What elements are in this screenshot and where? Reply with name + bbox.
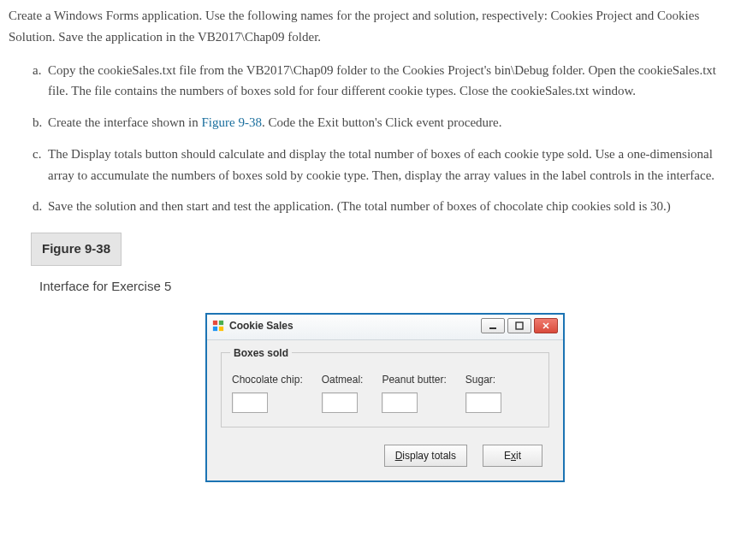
figure-label: Figure 9-38 <box>31 233 122 266</box>
exit-pre: E <box>504 450 511 462</box>
display-rest: isplay totals <box>402 450 456 462</box>
minimize-icon <box>489 321 497 330</box>
close-button[interactable] <box>534 318 558 333</box>
intro-paragraph: Create a Windows Forms application. Use … <box>9 5 738 48</box>
exit-post: it <box>516 450 521 462</box>
value-sugar <box>465 392 501 413</box>
value-peanut-butter <box>382 392 418 413</box>
window-controls <box>481 318 558 333</box>
label-peanut-butter: Peanut butter: <box>382 372 446 389</box>
exit-button[interactable]: Exit <box>483 445 542 467</box>
figure-reference-link[interactable]: Figure 9-38 <box>202 115 262 129</box>
client-area: Boxes sold Chocolate chip: Oatmeal: Pean… <box>207 340 563 480</box>
maximize-icon <box>515 321 524 330</box>
svg-rect-1 <box>219 321 223 325</box>
cookie-row: Chocolate chip: Oatmeal: Peanut butter: … <box>232 372 538 413</box>
display-totals-button[interactable]: Display totals <box>384 445 467 467</box>
item-a-letter: a. <box>33 60 41 81</box>
groupbox-legend: Boxes sold <box>230 345 292 363</box>
figure-caption: Interface for Exercise 5 <box>39 276 738 298</box>
svg-rect-4 <box>489 327 496 329</box>
groupbox-boxes-sold: Boxes sold Chocolate chip: Oatmeal: Pean… <box>221 352 549 427</box>
label-chocolate-chip: Chocolate chip: <box>232 372 303 389</box>
minimize-button[interactable] <box>481 318 505 333</box>
window-title: Cookie Sales <box>229 318 293 335</box>
value-oatmeal <box>322 392 358 413</box>
item-a-text: Copy the cookieSales.txt file from the V… <box>48 63 716 98</box>
col-sugar: Sugar: <box>465 372 501 413</box>
item-c-letter: c. <box>33 144 41 165</box>
value-chocolate-chip <box>232 392 268 413</box>
instruction-list: a. Copy the cookieSales.txt file from th… <box>9 60 738 218</box>
item-d-text: Save the solution and then start and tes… <box>48 199 671 213</box>
button-row: Display totals Exit <box>221 445 549 467</box>
item-d-letter: d. <box>33 196 42 217</box>
app-icon <box>212 320 224 332</box>
close-icon <box>542 321 550 330</box>
col-chocolate-chip: Chocolate chip: <box>232 372 303 413</box>
label-oatmeal: Oatmeal: <box>322 372 364 389</box>
item-b: b. Create the interface shown in Figure … <box>33 112 738 133</box>
item-c-text: The Display totals button should calcula… <box>48 147 714 182</box>
winform-window: Cookie Sales Boxes sold Chocolate chip: <box>205 313 565 483</box>
col-oatmeal: Oatmeal: <box>322 372 364 413</box>
item-b-post: . Code the Exit button's Click event pro… <box>262 115 502 129</box>
svg-rect-5 <box>516 322 523 329</box>
svg-rect-3 <box>219 327 223 331</box>
item-b-pre: Create the interface shown in <box>48 115 202 129</box>
col-peanut-butter: Peanut butter: <box>382 372 446 413</box>
maximize-button[interactable] <box>507 318 531 333</box>
mnemonic-d: D <box>395 450 403 462</box>
item-d: d. Save the solution and then start and … <box>33 196 738 217</box>
item-a: a. Copy the cookieSales.txt file from th… <box>33 60 738 103</box>
label-sugar: Sugar: <box>465 372 501 389</box>
svg-rect-0 <box>213 321 217 325</box>
titlebar: Cookie Sales <box>207 315 563 341</box>
svg-rect-2 <box>213 327 217 331</box>
item-b-letter: b. <box>33 112 42 133</box>
item-c: c. The Display totals button should calc… <box>33 144 738 186</box>
